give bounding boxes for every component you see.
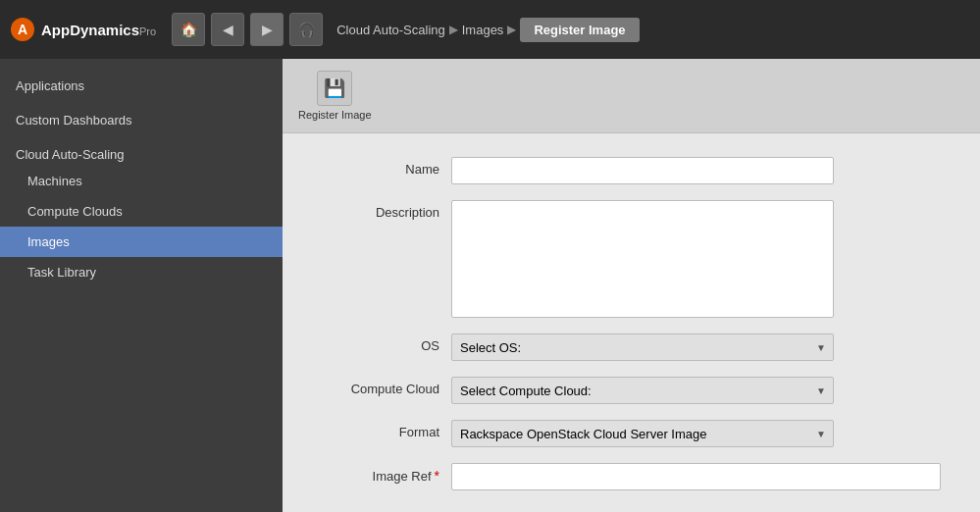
sidebar-item-images[interactable]: Images	[0, 227, 283, 257]
home-button[interactable]: 🏠	[172, 13, 205, 46]
compute-cloud-label: Compute Cloud	[322, 377, 439, 396]
os-select-wrapper: Select OS: ▼	[451, 333, 834, 361]
save-icon: 💾	[317, 71, 352, 106]
forward-button[interactable]: ▶	[250, 13, 284, 46]
breadcrumb-images[interactable]: Images	[462, 23, 504, 37]
back-button[interactable]: ◀	[211, 13, 244, 46]
register-image-label: Register Image	[298, 109, 372, 121]
headphones-button[interactable]: 🎧	[289, 13, 323, 46]
toolbar: 💾 Register Image	[283, 59, 980, 133]
sidebar-item-applications[interactable]: Applications	[0, 69, 283, 103]
sidebar: Applications Custom Dashboards Cloud Aut…	[0, 59, 283, 512]
sidebar-item-custom-dashboards[interactable]: Custom Dashboards	[0, 103, 283, 137]
os-label: OS	[322, 333, 439, 353]
name-row: Name	[322, 157, 941, 184]
description-row: Description	[322, 200, 941, 318]
compute-cloud-row: Compute Cloud Select Compute Cloud: ▼	[322, 377, 941, 404]
sidebar-item-cloud-auto-scaling[interactable]: Cloud Auto-Scaling	[0, 137, 283, 166]
content-area: 💾 Register Image Name Description OS	[283, 59, 980, 512]
format-select[interactable]: Rackspace OpenStack Cloud Server Image	[451, 420, 834, 447]
format-select-wrapper: Rackspace OpenStack Cloud Server Image ▼	[451, 420, 834, 447]
required-star: *	[435, 468, 439, 484]
main-layout: Applications Custom Dashboards Cloud Aut…	[0, 59, 980, 512]
breadcrumb: Cloud Auto-Scaling ▶ Images ▶ Register I…	[336, 18, 639, 42]
breadcrumb-sep-1: ▶	[449, 23, 458, 36]
compute-cloud-select[interactable]: Select Compute Cloud:	[451, 377, 834, 404]
app-name: AppDynamicsPro	[41, 22, 156, 38]
format-row: Format Rackspace OpenStack Cloud Server …	[322, 420, 941, 447]
description-label: Description	[322, 200, 439, 220]
form-area: Name Description OS Select OS: ▼	[283, 133, 980, 512]
breadcrumb-cloud-auto-scaling[interactable]: Cloud Auto-Scaling	[336, 23, 445, 37]
logo-area: A AppDynamicsPro	[10, 17, 156, 42]
name-label: Name	[322, 157, 439, 177]
sidebar-item-compute-clouds[interactable]: Compute Clouds	[0, 196, 283, 227]
sidebar-item-machines[interactable]: Machines	[0, 166, 283, 196]
os-select[interactable]: Select OS:	[451, 333, 834, 361]
svg-text:A: A	[18, 22, 27, 37]
image-ref-input[interactable]	[451, 463, 941, 490]
image-ref-label: Image Ref*	[322, 463, 439, 484]
format-label: Format	[322, 420, 439, 439]
image-ref-row: Image Ref*	[322, 463, 941, 490]
register-image-button[interactable]: 💾 Register Image	[298, 71, 372, 121]
logo-icon: A	[10, 17, 35, 42]
sidebar-item-task-library[interactable]: Task Library	[0, 257, 283, 287]
breadcrumb-sep-2: ▶	[507, 23, 516, 36]
breadcrumb-register-image: Register Image	[520, 18, 639, 42]
top-bar: A AppDynamicsPro 🏠 ◀ ▶ 🎧 Cloud Auto-Scal…	[0, 0, 980, 59]
compute-cloud-select-wrapper: Select Compute Cloud: ▼	[451, 377, 834, 404]
name-input[interactable]	[451, 157, 834, 184]
os-row: OS Select OS: ▼	[322, 333, 941, 361]
description-input[interactable]	[451, 200, 834, 318]
